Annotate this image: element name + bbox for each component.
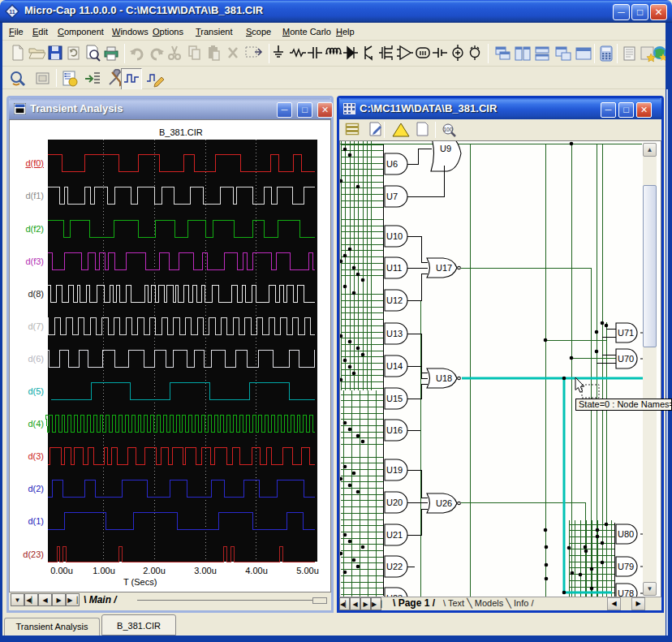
svg-text:U17: U17 bbox=[436, 263, 452, 273]
svg-text:U11: U11 bbox=[386, 263, 402, 273]
svg-text:100: 100 bbox=[443, 127, 453, 132]
svg-text:U18: U18 bbox=[436, 373, 452, 383]
svg-text:U13: U13 bbox=[386, 329, 403, 338]
svg-text:U70: U70 bbox=[618, 354, 634, 364]
svg-text:U21: U21 bbox=[386, 530, 403, 540]
svg-text:U79: U79 bbox=[618, 562, 634, 571]
svg-text:U10: U10 bbox=[386, 231, 403, 241]
svg-text:U26: U26 bbox=[436, 498, 452, 508]
svg-text:U12: U12 bbox=[386, 295, 403, 305]
svg-text:U6: U6 bbox=[386, 159, 398, 169]
svg-text:U19: U19 bbox=[386, 465, 403, 475]
svg-text:U15: U15 bbox=[386, 394, 403, 403]
svg-text:U16: U16 bbox=[386, 425, 403, 435]
svg-text:11: 11 bbox=[9, 9, 15, 15]
svg-text:U20: U20 bbox=[386, 498, 403, 507]
svg-text:U14: U14 bbox=[386, 361, 403, 371]
svg-text:U71: U71 bbox=[618, 328, 634, 338]
svg-text:U9: U9 bbox=[440, 144, 451, 153]
svg-text:U80: U80 bbox=[618, 529, 634, 539]
svg-text:U78: U78 bbox=[618, 588, 634, 597]
svg-text:U22: U22 bbox=[386, 562, 403, 571]
svg-text:U7: U7 bbox=[386, 192, 398, 201]
